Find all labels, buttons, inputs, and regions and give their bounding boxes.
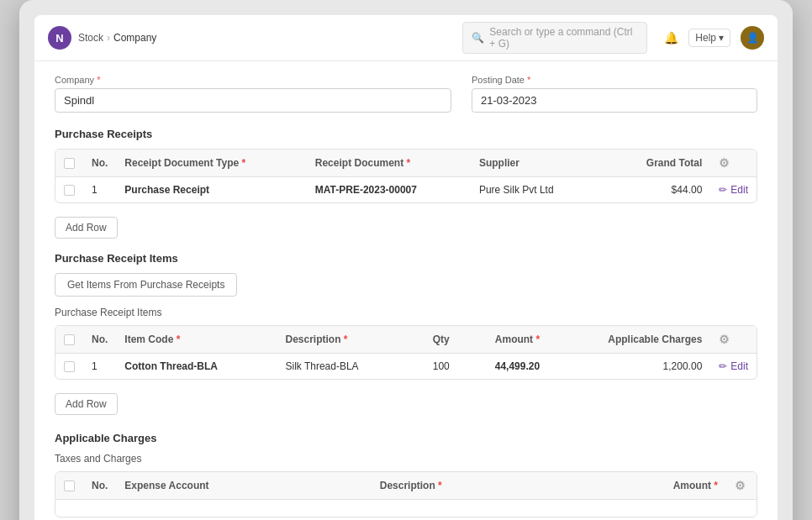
- items-select-all-checkbox[interactable]: [64, 334, 75, 345]
- items-col-amount-header: Amount *: [458, 326, 548, 354]
- applicable-charges-title: Applicable Charges: [55, 432, 757, 444]
- table-row: 1 Cotton Thread-BLA Silk Thread-BLA 100 …: [55, 354, 757, 380]
- purchase-receipts-title: Purchase Receipts: [55, 128, 757, 140]
- search-icon: 🔍: [472, 32, 484, 44]
- posting-date-input[interactable]: [472, 88, 757, 113]
- chevron-down-icon: ▾: [719, 32, 724, 44]
- item-row-item-code: Cotton Thread-BLA: [116, 354, 277, 380]
- item-row-qty: 100: [409, 354, 458, 380]
- breadcrumb: Stock › Company: [78, 32, 156, 44]
- purchase-receipts-add-row-button[interactable]: Add Row: [55, 217, 118, 239]
- pencil-icon: ✏: [719, 184, 727, 196]
- taxes-and-charges-subtitle: Taxes and Charges: [55, 453, 757, 465]
- charges-col-no-header: No.: [83, 472, 116, 500]
- items-add-row-button[interactable]: Add Row: [55, 393, 118, 415]
- items-table-settings-icon[interactable]: ⚙: [719, 333, 730, 346]
- company-input[interactable]: [55, 88, 451, 113]
- items-col-description-header: Description *: [277, 326, 409, 354]
- get-items-button[interactable]: Get Items From Purchase Receipts: [55, 273, 237, 297]
- pencil-icon: ✏: [719, 360, 727, 372]
- avatar[interactable]: 👤: [741, 26, 764, 50]
- row-no: 1: [83, 177, 116, 203]
- row-checkbox[interactable]: [64, 185, 75, 196]
- row-supplier: Pure Silk Pvt Ltd: [471, 177, 610, 203]
- item-row-amount: 44,499.20: [458, 354, 548, 380]
- items-col-item-code-header: Item Code *: [116, 326, 277, 354]
- purchase-receipt-items-subtitle: Purchase Receipt Items: [55, 307, 757, 318]
- items-col-applicable-charges-header: Applicable Charges: [548, 326, 710, 354]
- items-col-no-header: No.: [83, 326, 116, 354]
- row-receipt-doc-type: Purchase Receipt: [116, 177, 306, 203]
- charges-col-expense-account-header: Expense Account: [116, 472, 371, 500]
- item-row-checkbox[interactable]: [64, 361, 75, 372]
- item-row-no: 1: [83, 354, 116, 380]
- col-receipt-doc-type-header: Receipt Document Type *: [116, 150, 306, 177]
- col-receipt-doc-header: Receipt Document *: [307, 150, 471, 177]
- col-grand-total-header: Grand Total: [610, 150, 711, 177]
- charges-col-amount-header: Amount *: [571, 472, 726, 500]
- search-bar[interactable]: 🔍 Search or type a command (Ctrl + G): [462, 22, 647, 54]
- purchase-receipts-table: No. Receipt Document Type * Receipt Docu…: [55, 149, 757, 203]
- notification-icon[interactable]: 🔔: [664, 31, 678, 45]
- row-edit-button[interactable]: ✏ Edit: [719, 184, 748, 196]
- purchase-receipt-items-title: Purchase Receipt Items: [55, 252, 757, 265]
- charges-table-settings-icon[interactable]: ⚙: [735, 479, 746, 492]
- col-supplier-header: Supplier: [471, 150, 610, 177]
- breadcrumb-separator: ›: [107, 32, 110, 44]
- items-col-qty-header: Qty: [409, 326, 458, 354]
- col-no-header: No.: [83, 150, 116, 177]
- help-button[interactable]: Help ▾: [688, 29, 730, 47]
- search-placeholder: Search or type a command (Ctrl + G): [489, 26, 638, 50]
- posting-date-label: Posting Date: [472, 75, 757, 85]
- app-logo: N: [48, 26, 71, 50]
- charges-col-description-header: Description *: [372, 472, 571, 500]
- help-label: Help: [695, 32, 716, 44]
- row-grand-total: $44.00: [610, 177, 711, 203]
- table-settings-icon[interactable]: ⚙: [719, 156, 730, 170]
- purchase-receipt-items-table: No. Item Code * Description * Qty Amount…: [55, 325, 757, 380]
- item-row-applicable-charges: 1,200.00: [548, 354, 710, 380]
- item-row-edit-button[interactable]: ✏ Edit: [719, 360, 748, 372]
- row-receipt-doc: MAT-PRE-2023-00007: [307, 177, 471, 203]
- table-row: 1 Purchase Receipt MAT-PRE-2023-00007 Pu…: [55, 177, 757, 203]
- applicable-charges-table: No. Expense Account Description * Amount…: [55, 471, 757, 517]
- company-label: Company: [55, 75, 451, 85]
- breadcrumb-current: Company: [113, 32, 156, 44]
- charges-select-all-checkbox[interactable]: [64, 481, 75, 491]
- select-all-checkbox[interactable]: [64, 158, 75, 169]
- item-row-description: Silk Thread-BLA: [277, 354, 409, 380]
- breadcrumb-parent[interactable]: Stock: [78, 32, 103, 44]
- empty-row: [55, 500, 757, 517]
